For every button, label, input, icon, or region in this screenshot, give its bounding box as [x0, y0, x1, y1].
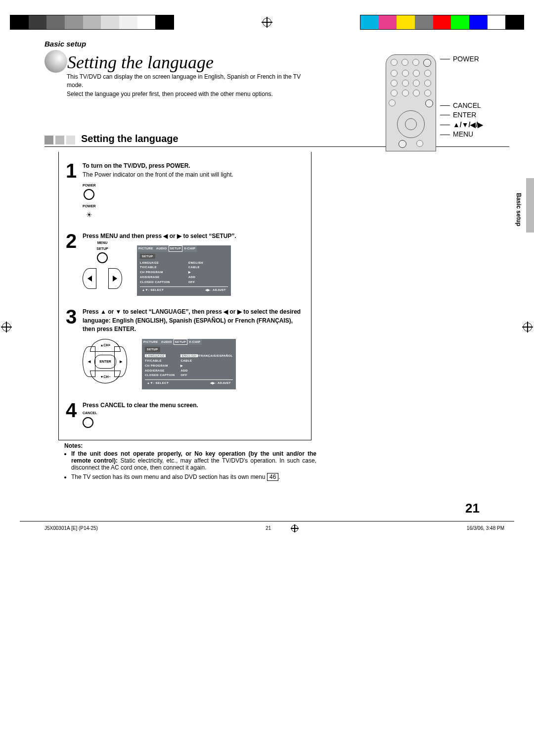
subtitle: Setting the language: [81, 133, 178, 144]
remote-illustration: [386, 54, 436, 151]
step-4: 4 Press CANCEL to clear the menu screen.…: [59, 401, 311, 430]
osd-language-screenshot: PICTURE AUDIO SETUP V-CHIP SETUP LANGUAG…: [142, 339, 236, 390]
dpad-left-icon: ◀: [83, 346, 95, 377]
step-1: 1 To turn on the TV/DVD, press POWER. Th…: [59, 162, 311, 232]
side-tab: Basic setup: [515, 193, 522, 226]
menu-button-icon: [97, 252, 108, 263]
step2-head-c: to select “SETUP”.: [183, 233, 236, 239]
remote-callout: POWER CANCEL ENTER ▲/▼/◀/▶ MENU: [386, 54, 504, 151]
registration-cross-bottom: [291, 524, 299, 532]
remote-label-power: POWER: [453, 54, 479, 64]
remote-label-arrows: ▲/▼/◀/▶: [453, 120, 483, 130]
osd-tab: PICTURE: [142, 339, 160, 345]
step3-head: Press ▲ or ▼ to select “LANGUAGE”, then …: [83, 308, 301, 332]
power-button-icon: [84, 189, 94, 200]
note-2-b: .: [278, 473, 280, 480]
color-strip-right: [360, 15, 524, 30]
osd-tab: V-CHIP: [187, 339, 202, 345]
cancel-button-label: CANCEL: [83, 411, 304, 416]
footer: J5X00301A [E] (P14-25) 21 16/3/06, 3:48 …: [0, 521, 534, 542]
page-number: 21: [44, 501, 509, 516]
osd-heading: SETUP: [145, 347, 160, 352]
registration-cross-top: [262, 17, 272, 28]
page-title: Setting the language: [67, 52, 214, 73]
section-tag: Basic setup: [44, 40, 509, 48]
step-3: 3 Press ▲ or ▼ to select “LANGUAGE”, the…: [59, 308, 311, 401]
osd-tab: AUDIO: [160, 339, 174, 345]
cancel-icon: [425, 99, 433, 107]
osd-tab-active: SETUP: [174, 339, 188, 345]
light-icon: ☀︎: [86, 210, 92, 220]
step2-head-a: Press MENU and then press: [83, 233, 163, 239]
triangle-left-icon: ◀: [163, 233, 168, 239]
step-number: 1: [66, 162, 83, 220]
footer-left: J5X00301A [E] (P14-25): [44, 525, 98, 531]
cancel-button-icon: [83, 417, 93, 428]
osd-tab: V-CHIP: [182, 245, 197, 252]
page-ref-box: 46: [267, 473, 278, 481]
osd-tab: PICTURE: [137, 245, 155, 252]
remote-label-menu: MENU: [453, 130, 473, 140]
footer-right: 16/3/06, 3:48 PM: [467, 525, 504, 531]
note-2-a: The TV section has its own menu and also…: [71, 473, 267, 480]
footer-center: 21: [266, 525, 271, 531]
intro-line-2: Select the language you prefer first, th…: [67, 90, 304, 98]
osd-heading: SETUP: [140, 254, 155, 259]
step-number: 4: [66, 401, 83, 428]
right-chev-icon: [108, 268, 122, 289]
dpad-icon: [397, 110, 425, 138]
power-button-label: POWER: [83, 183, 95, 188]
notes-heading: Notes:: [64, 442, 83, 449]
menu-button-label: MENU: [83, 240, 122, 245]
remote-label-cancel: CANCEL: [453, 101, 481, 111]
osd-setup-screenshot: PICTURE AUDIO SETUP V-CHIP SETUP LANGUAG…: [137, 245, 231, 296]
intro-line-1: This TV/DVD can display the on screen la…: [67, 73, 304, 90]
registration-marks: [0, 0, 534, 30]
title-swirl-icon: [44, 50, 67, 73]
step-number: 2: [66, 232, 83, 296]
notes: Notes: If the unit does not operate prop…: [64, 442, 316, 481]
left-chev-icon: [83, 268, 96, 289]
step-2: 2 Press MENU and then press ◀ or ▶ to se…: [59, 232, 311, 308]
remote-label-enter: ENTER: [453, 110, 476, 120]
step2-head-b: or: [170, 233, 177, 239]
step1-body: The Power indicator on the front of the …: [83, 171, 233, 178]
dpad-illustration: ▲CH+ ▼CH− ◀ ▶ ENTER: [83, 339, 127, 383]
triangle-right-icon: ▶: [177, 233, 181, 239]
menu-icon: [399, 140, 406, 148]
steps-box: 1 To turn on the TV/DVD, press POWER. Th…: [58, 152, 312, 440]
step-number: 3: [66, 308, 83, 389]
dpad-enter-icon: ENTER: [94, 355, 116, 369]
power-button-label-2: POWER: [83, 204, 95, 209]
step1-head: To turn on the TV/DVD, press POWER.: [83, 162, 190, 169]
osd-tab-active: SETUP: [169, 245, 183, 252]
color-strip-left: [10, 15, 174, 30]
setup-button-label: SETUP: [83, 246, 122, 251]
step4-head: Press CANCEL to clear the menu screen.: [83, 402, 198, 409]
side-tab-background: [526, 178, 534, 233]
osd-tab: AUDIO: [155, 245, 169, 252]
power-icon: [423, 59, 431, 67]
